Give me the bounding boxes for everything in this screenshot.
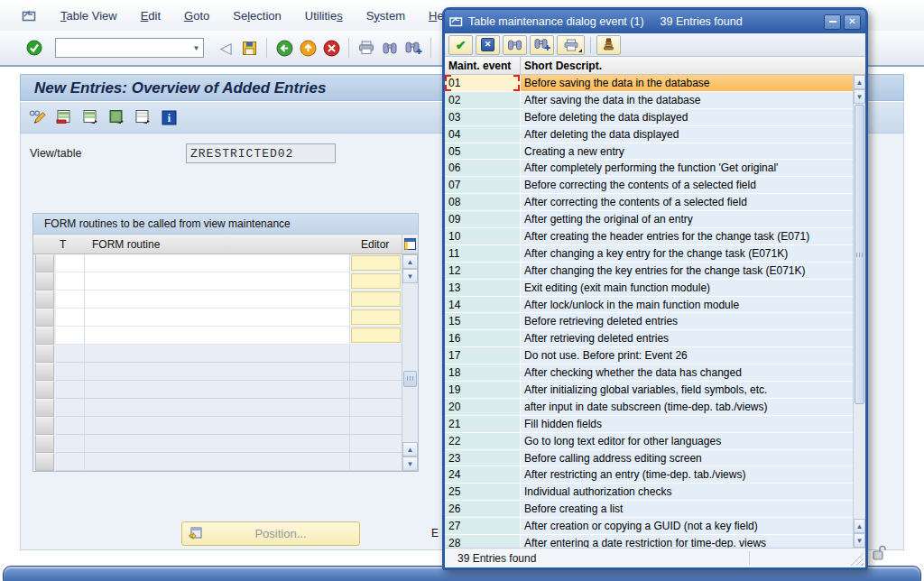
dialog-row-13[interactable]: 13Exit editing (exit main function modul… bbox=[445, 280, 853, 297]
maint-event-cell[interactable]: 06 bbox=[445, 160, 521, 177]
short-descript-cell[interactable]: After restricting an entry (time-dep. ta… bbox=[521, 466, 853, 484]
copy-entry-icon[interactable] bbox=[81, 108, 99, 126]
short-descript-cell[interactable]: Before creating a list bbox=[521, 501, 853, 518]
table-settings-icon[interactable] bbox=[402, 235, 418, 254]
short-descript-cell[interactable]: Before retrieving deleted entries bbox=[521, 313, 853, 330]
editor-input[interactable] bbox=[351, 255, 401, 271]
scroll-up-icon[interactable]: ▲ bbox=[402, 442, 418, 456]
dialog-row-23[interactable]: 23Before calling address editing screen bbox=[445, 450, 853, 467]
print-button[interactable] bbox=[557, 35, 585, 55]
short-descript-cell[interactable]: Before calling address editing screen bbox=[521, 450, 853, 467]
dialog-row-02[interactable]: 02After saving the data in the database bbox=[445, 92, 853, 109]
row-selector[interactable] bbox=[35, 381, 54, 399]
short-descript-cell[interactable]: After correcting the contents of a selec… bbox=[521, 194, 853, 211]
maint-event-cell[interactable]: 04 bbox=[445, 126, 521, 143]
form-routine-cell[interactable] bbox=[85, 290, 350, 309]
short-descript-cell[interactable]: Before correcting the contents of a sele… bbox=[521, 177, 853, 194]
close-icon[interactable]: ✕ bbox=[844, 14, 861, 30]
short-descript-cell[interactable]: Go to long text editor for other languag… bbox=[521, 433, 853, 450]
scroll-track[interactable] bbox=[402, 283, 418, 442]
short-descript-cell[interactable]: Before saving the data in the database bbox=[521, 75, 853, 92]
dialog-row-03[interactable]: 03Before deleting the data displayed bbox=[445, 109, 853, 126]
menu-selection[interactable]: Selection bbox=[221, 9, 293, 23]
t-cell[interactable] bbox=[56, 327, 85, 345]
row-selector[interactable] bbox=[35, 363, 54, 381]
scroll-thumb[interactable] bbox=[855, 105, 864, 404]
maint-event-cell[interactable]: 16 bbox=[445, 330, 521, 347]
cancel-icon[interactable] bbox=[320, 37, 342, 59]
form-routine-cell[interactable] bbox=[85, 327, 350, 345]
maint-event-cell[interactable]: 17 bbox=[445, 347, 521, 364]
deselect-all-icon[interactable] bbox=[134, 108, 152, 126]
save-icon[interactable] bbox=[238, 37, 260, 59]
editor-cell[interactable] bbox=[350, 254, 402, 272]
maint-event-cell[interactable]: 09 bbox=[445, 211, 521, 228]
continue-button[interactable]: ✔ bbox=[448, 35, 473, 55]
maint-event-cell[interactable]: 13 bbox=[445, 280, 521, 297]
short-descript-cell[interactable]: After deleting the data displayed bbox=[521, 126, 853, 143]
maint-event-cell[interactable]: 25 bbox=[445, 484, 521, 501]
minimize-icon[interactable] bbox=[824, 14, 841, 30]
short-descript-cell[interactable]: After getting the original of an entry bbox=[521, 211, 853, 228]
dropdown-icon[interactable]: ▼ bbox=[189, 39, 203, 57]
t-cell[interactable] bbox=[56, 272, 85, 290]
maint-event-cell[interactable]: 20 bbox=[445, 399, 521, 416]
scroll-down-icon[interactable]: ▼ bbox=[402, 456, 418, 471]
column-editor[interactable]: Editor bbox=[357, 238, 402, 251]
scroll-up-icon[interactable]: ▲ bbox=[402, 254, 418, 269]
short-descript-cell[interactable]: After creation or copying a GUID (not a … bbox=[521, 518, 853, 535]
row-selector[interactable] bbox=[35, 309, 54, 327]
change-display-icon[interactable] bbox=[29, 108, 47, 126]
maint-event-cell[interactable]: 08 bbox=[445, 194, 521, 211]
short-descript-cell[interactable]: After initializing global variables, fie… bbox=[521, 382, 853, 399]
editor-input[interactable] bbox=[351, 309, 401, 325]
menu-system[interactable]: System bbox=[355, 9, 417, 23]
maint-event-cell[interactable]: 07 bbox=[445, 177, 521, 194]
menu-edit[interactable]: Edit bbox=[129, 9, 172, 23]
column-t[interactable]: T bbox=[56, 238, 88, 251]
short-descript-cell[interactable]: After changing a key entry for the chang… bbox=[521, 245, 853, 263]
scroll-up-icon[interactable]: ▲ bbox=[854, 519, 865, 533]
editor-cell[interactable] bbox=[350, 290, 402, 309]
scroll-down-icon[interactable]: ▼ bbox=[402, 269, 418, 283]
dialog-row-17[interactable]: 17Do not use. Before print: Event 26 bbox=[445, 347, 853, 364]
maint-event-cell[interactable]: 21 bbox=[445, 416, 521, 433]
maint-event-cell[interactable]: 23 bbox=[445, 450, 521, 467]
row-selector[interactable] bbox=[35, 453, 54, 471]
back-triangle-icon[interactable]: ◁ bbox=[215, 37, 236, 59]
maint-event-cell[interactable]: 03 bbox=[445, 109, 521, 126]
short-descript-cell[interactable]: Fill hidden fields bbox=[521, 416, 853, 433]
dialog-row-28[interactable]: 28After entering a date restriction for … bbox=[445, 535, 853, 548]
row-selector[interactable] bbox=[35, 254, 54, 272]
menu-table-view[interactable]: Table View bbox=[49, 9, 129, 23]
dialog-row-11[interactable]: 11After changing a key entry for the cha… bbox=[445, 245, 853, 263]
short-descript-cell[interactable]: After lock/unlock in the main function m… bbox=[521, 297, 853, 314]
short-descript-cell[interactable]: After entering a date restriction for ti… bbox=[521, 535, 853, 548]
find-next-button[interactable] bbox=[530, 35, 554, 55]
short-descript-cell[interactable]: After creating the header entries for th… bbox=[521, 228, 853, 245]
short-descript-cell[interactable]: After retrieving deleted entries bbox=[521, 330, 853, 347]
form-routine-cell[interactable] bbox=[85, 254, 350, 272]
form-table-scrollbar[interactable]: ▲ ▼ ▲ ▼ bbox=[402, 235, 418, 471]
maint-event-cell[interactable]: 05 bbox=[445, 143, 521, 161]
dialog-row-09[interactable]: 09After getting the original of an entry bbox=[445, 211, 853, 228]
row-selector[interactable] bbox=[35, 345, 54, 363]
resize-grip[interactable] bbox=[850, 552, 864, 566]
stamp-button[interactable] bbox=[596, 35, 621, 55]
dialog-row-04[interactable]: 04After deleting the data displayed bbox=[445, 126, 853, 143]
print-icon[interactable] bbox=[356, 37, 377, 59]
dialog-row-22[interactable]: 22Go to long text editor for other langu… bbox=[445, 433, 853, 450]
position-button[interactable]: Position... bbox=[181, 521, 360, 546]
dialog-row-24[interactable]: 24After restricting an entry (time-dep. … bbox=[445, 466, 853, 484]
find-button[interactable] bbox=[503, 35, 527, 55]
maint-event-cell[interactable]: 22 bbox=[445, 433, 521, 450]
dialog-scrollbar[interactable]: ▲ ▼ ▲ ▼ bbox=[853, 75, 865, 548]
back-icon[interactable] bbox=[273, 37, 295, 59]
editor-cell[interactable] bbox=[350, 272, 402, 290]
dialog-row-20[interactable]: 20after input in date subscreen (time-de… bbox=[445, 399, 853, 416]
short-descript-cell[interactable]: Exit editing (exit main function module) bbox=[521, 280, 853, 297]
t-cell[interactable] bbox=[56, 309, 85, 327]
dialog-row-18[interactable]: 18After checking whether the data has ch… bbox=[445, 364, 853, 382]
short-descript-cell[interactable]: Do not use. Before print: Event 26 bbox=[521, 347, 853, 364]
dialog-row-10[interactable]: 10After creating the header entries for … bbox=[445, 228, 853, 245]
